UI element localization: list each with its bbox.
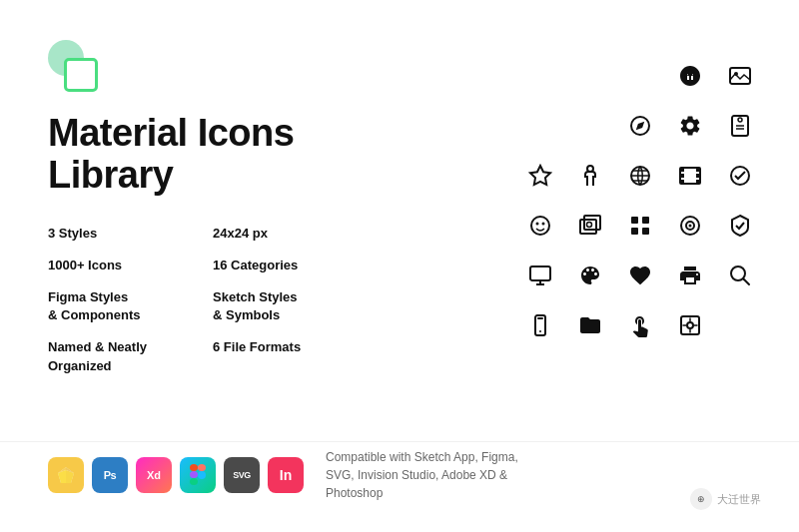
face-icon [521,207,559,245]
svg-marker-4 [58,470,66,483]
brightness-icon [671,306,709,344]
logo-area [48,40,358,95]
settings-icon [671,107,709,145]
svg-rect-5 [190,464,198,471]
watermark-circle: ⊕ [690,488,712,510]
svg-point-9 [198,471,206,479]
touch-icon [571,157,609,195]
compass-icon [621,107,659,145]
film-icon [671,157,709,195]
feature-formats: 6 File Formats [213,338,358,374]
xd-icon: Xd [136,457,172,493]
svg-rect-30 [584,216,600,230]
svg-rect-20 [680,174,684,178]
svg-point-12 [734,72,738,76]
feature-named: Named & NeatlyOrganized [48,338,193,374]
search-icon [721,257,759,294]
icon-placeholder-2 [571,57,609,95]
feature-sketch: Sketch Styles& Symbols [213,288,358,324]
heart-icon [621,257,659,294]
svg-point-38 [689,225,692,228]
icons-grid [519,55,761,346]
svg-point-15 [738,118,742,122]
svg-point-31 [587,223,592,228]
sketch-icon [48,457,84,493]
svg-rect-39 [530,266,550,280]
palette-icon [571,257,609,294]
features-grid: 3 Styles 24x24 px 1000+ Icons 16 Categor… [48,225,358,375]
grid-icon [621,207,659,245]
lens-icon [671,207,709,245]
svg-rect-21 [680,180,684,184]
svg-rect-19 [680,168,684,172]
svg-icon: SVG [224,457,260,493]
svg-rect-23 [696,174,700,178]
tools-row: Ps Xd SVG In Compatible with Sketch App,… [48,448,525,502]
photo-gallery-icon [571,207,609,245]
icon-placeholder-1 [521,57,559,95]
square-front [64,58,98,92]
ink-drop-icon [671,57,709,95]
photoshop-icon: Ps [92,457,128,493]
gesture-icon [621,306,659,344]
star-icon [521,157,559,195]
note-icon [721,107,759,145]
smartphone-icon [521,306,559,344]
svg-point-44 [687,322,693,328]
left-section: Material Icons Library 3 Styles 24x24 px… [48,40,358,405]
feature-icons: 1000+ Icons [48,257,193,274]
check-circle-icon [721,157,759,195]
feature-figma: Figma Styles& Components [48,288,193,324]
svg-rect-33 [642,217,649,224]
logo-icon [48,40,108,95]
invision-icon: In [268,457,304,493]
icon-placeholder-3 [621,57,659,95]
figma-icon [180,457,216,493]
feature-size: 24x24 px [213,225,358,243]
feature-styles: 3 Styles [48,225,193,243]
svg-rect-7 [190,471,198,478]
svg-point-27 [536,223,539,226]
landscape-icon [721,57,759,95]
page-container: Material Icons Library 3 Styles 24x24 px… [0,0,799,532]
folder-icon [571,306,609,344]
svg-rect-32 [631,217,638,224]
icon-placeholder-4 [521,107,559,145]
page-title: Material Icons Library [48,113,358,197]
svg-point-28 [542,223,545,226]
svg-rect-24 [696,180,700,184]
feature-categories: 16 Categories [213,257,358,274]
svg-point-26 [531,217,549,235]
svg-rect-34 [631,228,638,235]
svg-rect-6 [198,464,206,471]
print-icon [671,257,709,294]
watermark: ⊕ 大迁世界 [690,488,761,510]
svg-rect-22 [696,168,700,172]
verified-icon [721,207,759,245]
svg-rect-35 [642,228,649,235]
icon-placeholder-5 [571,107,609,145]
svg-point-42 [539,330,541,332]
compatible-text: Compatible with Sketch App, Figma, SVG, … [326,448,525,502]
globe-icon [621,157,659,195]
divider [0,441,799,442]
svg-marker-3 [66,470,74,483]
svg-rect-8 [190,478,198,485]
desktop-icon [521,257,559,294]
